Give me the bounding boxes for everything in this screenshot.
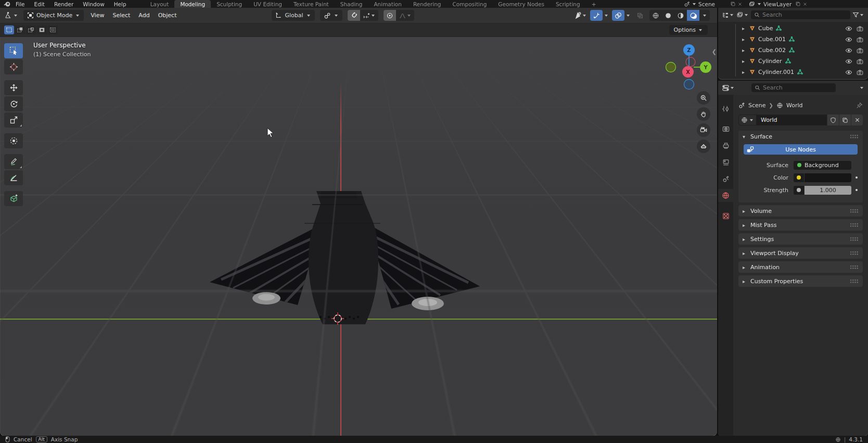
disable-render-camera-icon[interactable] — [857, 36, 863, 43]
snap-toggle-magnet-icon[interactable] — [348, 10, 360, 21]
shading-rendered-button[interactable] — [687, 10, 699, 21]
editor-type-dropdown[interactable] — [4, 11, 18, 19]
hide-eye-icon[interactable] — [845, 69, 852, 75]
select-mode-extend[interactable] — [15, 26, 25, 34]
color-socket-button[interactable] — [794, 173, 804, 182]
menu-select[interactable]: Select — [111, 12, 132, 19]
select-mode-subtract[interactable] — [26, 26, 36, 34]
tab-tool-properties[interactable] — [718, 102, 733, 115]
select-mode-set[interactable] — [4, 26, 14, 34]
pin-icon[interactable] — [856, 102, 863, 109]
tool-transform[interactable] — [4, 133, 23, 148]
tab-uv-editing[interactable]: UV Editing — [248, 0, 288, 8]
outliner-filter-dropdown[interactable] — [852, 11, 864, 18]
snap-with-dropdown[interactable] — [360, 10, 378, 21]
select-mode-invert[interactable] — [37, 26, 47, 34]
menu-window[interactable]: Window — [78, 1, 109, 7]
new-scene-icon[interactable] — [730, 1, 736, 7]
disable-render-camera-icon[interactable] — [857, 58, 863, 65]
unlink-datablock-button[interactable] — [851, 115, 863, 125]
tool-move[interactable] — [4, 80, 23, 95]
menu-help[interactable]: Help — [109, 1, 131, 7]
fake-user-shield-button[interactable] — [827, 115, 839, 125]
surface-panel-header[interactable]: ▾ Surface — [738, 131, 863, 142]
panel-drag-handle[interactable] — [850, 265, 859, 269]
tool-rotate[interactable] — [4, 96, 23, 111]
tool-add-cube[interactable] — [4, 191, 23, 206]
navigation-gizmo[interactable]: Z X Y — [660, 43, 717, 95]
color-swatch-field[interactable] — [805, 173, 851, 182]
hide-eye-icon[interactable] — [845, 58, 852, 65]
browse-world-dropdown[interactable] — [738, 115, 757, 125]
strength-slider[interactable]: 1.000 — [805, 186, 851, 195]
proportional-editing-icon[interactable] — [384, 10, 396, 21]
tab-layout[interactable]: Layout — [145, 0, 175, 8]
add-workspace-button[interactable]: + — [586, 0, 602, 8]
proportional-falloff-dropdown[interactable] — [396, 10, 414, 21]
menu-edit[interactable]: Edit — [30, 1, 49, 7]
mist-pass-panel-header[interactable]: ▸Mist Pass — [738, 219, 863, 231]
show-overlays-toggle[interactable] — [612, 10, 624, 21]
volume-panel-header[interactable]: ▸Volume — [738, 205, 863, 217]
breadcrumb-scene[interactable]: Scene — [748, 102, 766, 109]
surface-shader-field[interactable]: Background — [794, 161, 851, 170]
tab-render-properties[interactable] — [718, 122, 733, 135]
hide-eye-icon[interactable] — [845, 47, 852, 54]
shading-material-button[interactable] — [674, 10, 687, 21]
outliner-filter-mode-dropdown[interactable] — [736, 11, 749, 18]
properties-options-dropdown[interactable] — [860, 87, 863, 89]
properties-editor-type-dropdown[interactable] — [722, 84, 735, 92]
outliner-row-cylinder-001[interactable]: ▸ Cylinder.001 — [718, 67, 868, 78]
panel-drag-handle[interactable] — [850, 223, 859, 227]
panel-drag-handle[interactable] — [850, 209, 859, 213]
shading-solid-button[interactable] — [662, 10, 674, 21]
custom-properties-panel-header[interactable]: ▸Custom Properties — [738, 275, 863, 287]
mode-selector[interactable]: Object Mode — [23, 10, 84, 21]
animation-panel-header[interactable]: ▸Animation — [738, 261, 863, 273]
zoom-button[interactable] — [697, 91, 710, 105]
tab-scene-properties[interactable] — [718, 172, 733, 185]
object-visibility-dropdown[interactable] — [574, 11, 587, 19]
disable-render-camera-icon[interactable] — [857, 26, 863, 32]
expand-chevron-icon[interactable]: ▸ — [742, 36, 746, 42]
animate-decorator-dot[interactable] — [856, 189, 858, 191]
expand-chevron-icon[interactable]: ▸ — [742, 47, 746, 53]
tab-sculpting[interactable]: Sculpting — [211, 0, 248, 8]
duplicate-datablock-button[interactable] — [839, 115, 851, 125]
blender-logo-icon[interactable] — [4, 1, 11, 7]
pivot-point-dropdown[interactable] — [320, 10, 342, 21]
viewport-3d[interactable]: User Perspective (1) Scene Collection — [0, 37, 717, 436]
remove-viewlayer-icon[interactable] — [802, 2, 808, 7]
tab-rendering[interactable]: Rendering — [407, 0, 447, 8]
tool-cursor[interactable] — [4, 59, 23, 74]
expand-chevron-icon[interactable]: ▸ — [742, 69, 746, 75]
panel-drag-handle[interactable] — [850, 134, 859, 138]
properties-search-input[interactable]: Search — [751, 83, 836, 92]
scene-selector[interactable]: Scene — [682, 1, 745, 7]
options-dropdown[interactable]: Options — [669, 25, 708, 35]
hide-eye-icon[interactable] — [845, 36, 852, 43]
tab-texture-properties[interactable] — [718, 209, 733, 222]
expand-chevron-icon[interactable]: ▸ — [742, 58, 746, 64]
tab-modeling[interactable]: Modeling — [174, 0, 211, 8]
viewlayer-selector[interactable]: ViewLayer — [747, 1, 810, 7]
tab-geometry-nodes[interactable]: Geometry Nodes — [492, 0, 550, 8]
tool-select-box[interactable] — [4, 43, 23, 58]
menu-view[interactable]: View — [89, 12, 106, 19]
strength-socket-button[interactable] — [794, 186, 804, 195]
expand-chevron-icon[interactable]: ▸ — [742, 26, 746, 31]
transform-orientation-dropdown[interactable]: Global — [272, 10, 314, 21]
tool-scale[interactable] — [4, 112, 23, 128]
outliner-row-cube-001[interactable]: ▸ Cube.001 — [718, 34, 868, 45]
menu-file[interactable]: File — [11, 1, 30, 7]
outliner-row-cube-002[interactable]: ▸ Cube.002 — [718, 45, 868, 56]
tab-world-properties[interactable] — [718, 189, 733, 202]
outliner-display-mode-dropdown[interactable] — [722, 11, 734, 18]
use-nodes-button[interactable]: Use Nodes — [744, 144, 858, 155]
tool-measure[interactable] — [4, 170, 23, 185]
toggle-xray-button[interactable] — [634, 10, 646, 21]
animate-decorator-dot[interactable] — [856, 176, 858, 179]
outliner-row-cube[interactable]: ▸ Cube — [718, 23, 868, 34]
unlink-scene-icon[interactable] — [737, 2, 743, 7]
tab-animation[interactable]: Animation — [368, 0, 407, 8]
